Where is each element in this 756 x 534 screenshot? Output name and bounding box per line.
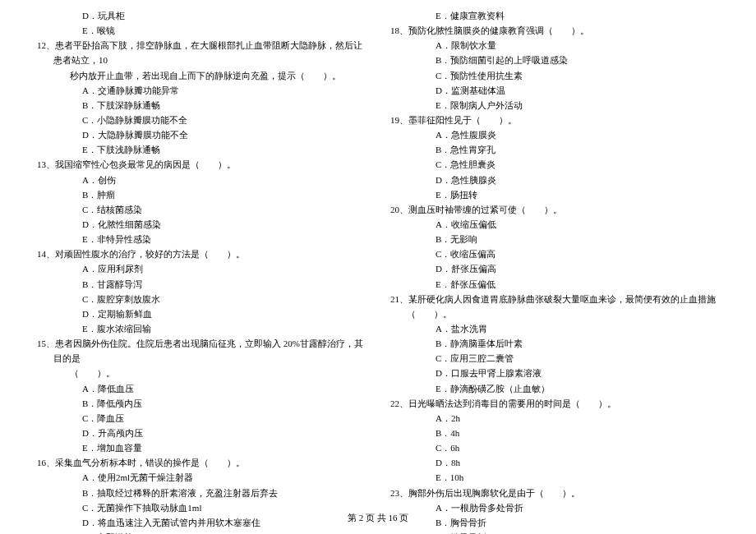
- option: B．4h: [390, 426, 719, 440]
- question-12: 12、患者平卧抬高下肢，排空静脉血，在大腿根部扎止血带阻断大隐静脉，然后让患者站…: [37, 38, 366, 67]
- option: D．监测基础体温: [390, 83, 719, 98]
- option: D．玩具柜: [37, 8, 366, 23]
- question-14: 14、对顽固性腹水的治疗，较好的方法是（ ）。: [37, 246, 366, 261]
- option: E．舒张压偏低: [390, 277, 719, 292]
- question-13: 13、我国缩窄性心包炎最常见的病因是（ ）。: [37, 157, 366, 172]
- option: E．健康宣教资料: [390, 8, 719, 23]
- option: D．升高颅内压: [37, 426, 366, 440]
- option: A．限制饮水量: [390, 38, 719, 53]
- option: E．立即送检: [37, 530, 366, 534]
- option: A．降低血压: [37, 381, 366, 396]
- option: D．舒张压偏高: [390, 261, 719, 276]
- option: B．预防细菌引起的上呼吸道感染: [390, 53, 719, 67]
- option: C．小隐静脉瓣膜功能不全: [37, 113, 366, 127]
- option: D．大隐静脉瓣膜功能不全: [37, 127, 366, 142]
- question-16: 16、采集血气分析标本时，错误的操作是（ ）。: [37, 455, 366, 470]
- option: A．交通静脉瓣功能异常: [37, 83, 366, 98]
- option: C．预防性使用抗生素: [390, 68, 719, 83]
- question-19: 19、墨菲征阳性见于（ ）。: [390, 113, 719, 127]
- option: E．非特异性感染: [37, 232, 366, 246]
- option: E．10h: [390, 470, 719, 485]
- option: D．化脓性细菌感染: [37, 217, 366, 232]
- option: C．腹腔穿刺放腹水: [37, 292, 366, 306]
- option: B．无影响: [390, 232, 719, 246]
- option: E．限制病人户外活动: [390, 98, 719, 113]
- option: C．收缩压偏高: [390, 246, 719, 261]
- option: E．喉镜: [37, 23, 366, 38]
- question-15-cont: （ ）。: [37, 366, 366, 380]
- option: B．下肢深静脉通畅: [37, 98, 366, 113]
- option: D．急性胰腺炎: [390, 173, 719, 187]
- option: E．腹水浓缩回输: [37, 321, 366, 336]
- right-column: E．健康宣教资料 18、预防化脓性脑膜炎的健康教育强调（ ）。 A．限制饮水量 …: [378, 8, 719, 534]
- option: B．静滴脑垂体后叶素: [390, 336, 719, 351]
- option: A．应用利尿剂: [37, 261, 366, 276]
- question-18: 18、预防化脓性脑膜炎的健康教育强调（ ）。: [390, 23, 719, 38]
- question-22: 22、日光曝晒法达到消毒目的需要用的时间是（ ）。: [390, 396, 719, 411]
- option: B．急性胃穿孔: [390, 142, 719, 157]
- question-15: 15、患者因脑外伤住院。住院后患者出现脑疝征兆，立即输入 20%甘露醇治疗，其目…: [37, 336, 366, 366]
- option: C．锁骨骨折: [390, 530, 719, 534]
- option: B．抽取经过稀释的肝素溶液，充盈注射器后弃去: [37, 486, 366, 500]
- left-column: D．玩具柜 E．喉镜 12、患者平卧抬高下肢，排空静脉血，在大腿根部扎止血带阻断…: [37, 8, 378, 534]
- option: C．降血压: [37, 411, 366, 426]
- option: A．收缩压偏低: [390, 217, 719, 232]
- option: C．应用三腔二囊管: [390, 351, 719, 366]
- option: E．静滴酚磺乙胺（止血敏）: [390, 381, 719, 396]
- option: A．使用2ml无菌干燥注射器: [37, 470, 366, 485]
- option: A．盐水洗胃: [390, 321, 719, 336]
- question-21: 21、某肝硬化病人因食道胃底静脉曲张破裂大量呕血来诊，最简便有效的止血措施（ ）…: [390, 292, 719, 321]
- option: A．急性腹膜炎: [390, 127, 719, 142]
- option: B．降低颅内压: [37, 396, 366, 411]
- option: B．甘露醇导泻: [37, 277, 366, 292]
- question-23: 23、胸部外伤后出现胸廓软化是由于（ ）。: [390, 486, 719, 500]
- option: C．急性胆囊炎: [390, 157, 719, 172]
- option: A．创伤: [37, 173, 366, 187]
- question-20: 20、测血压时袖带缠的过紧可使（ ）。: [390, 202, 719, 217]
- option: E．肠扭转: [390, 187, 719, 202]
- page-footer: 第 2 页 共 16 页: [0, 512, 756, 524]
- option: E．增加血容量: [37, 440, 366, 455]
- option: C．结核菌感染: [37, 202, 366, 217]
- option: D．8h: [390, 455, 719, 470]
- option: C．6h: [390, 440, 719, 455]
- option: B．肿瘤: [37, 187, 366, 202]
- option: D．口服去甲肾上腺素溶液: [390, 366, 719, 380]
- option: E．下肢浅静脉通畅: [37, 142, 366, 157]
- option: D．定期输新鲜血: [37, 306, 366, 321]
- option: A．2h: [390, 411, 719, 426]
- document-page: D．玩具柜 E．喉镜 12、患者平卧抬高下肢，排空静脉血，在大腿根部扎止血带阻断…: [0, 0, 756, 534]
- question-12-cont: 秒内放开止血带，若出现自上而下的静脉逆向充盈，提示（ ）。: [37, 68, 366, 83]
